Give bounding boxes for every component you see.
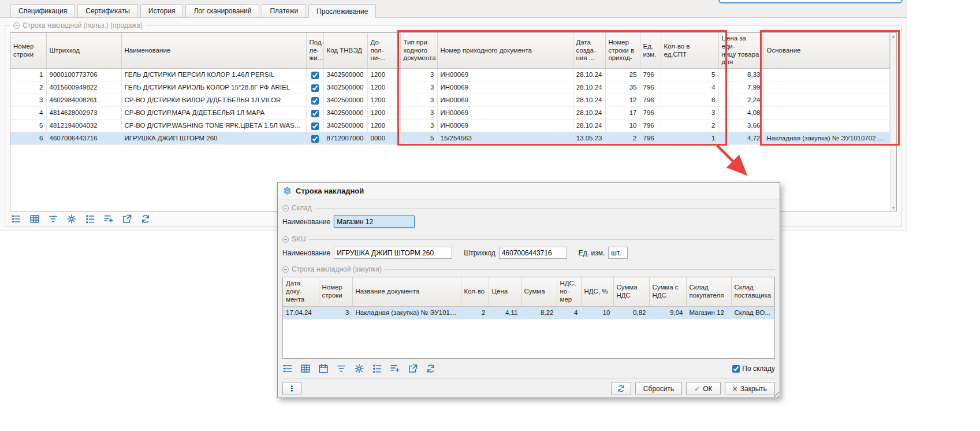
col-header-basis[interactable]: Основание <box>763 33 890 69</box>
sync-icon[interactable] <box>426 363 436 374</box>
by-warehouse-checkbox-input[interactable] <box>732 365 740 373</box>
subject-checkbox[interactable] <box>311 72 319 79</box>
tab[interactable]: Прослеживание <box>308 4 376 18</box>
filter-icon[interactable] <box>336 363 346 374</box>
col-header-price[interactable]: Цена <box>489 277 521 306</box>
col-header-additional[interactable]: До- пол- ни-... <box>367 33 400 69</box>
group-divider <box>309 239 775 240</box>
close-icon: × <box>733 384 737 393</box>
dialog-grid-toolbar: По складу <box>282 362 775 375</box>
settings-icon[interactable] <box>66 214 77 224</box>
dialog-footer: ⋮ Сбросить ✓ОК ×Закрыть <box>282 378 775 395</box>
tab-label: Прослеживание <box>316 8 368 16</box>
collapse-icon[interactable] <box>13 23 20 29</box>
subject-checkbox[interactable] <box>311 84 319 92</box>
sku-barcode-label: Штрихкод <box>464 249 495 257</box>
table-row[interactable]: 6 4607006443716 ИГРУШКА ДЖИП ШТОРМ 260 8… <box>10 132 890 145</box>
subject-checkbox[interactable] <box>311 110 319 117</box>
numbered-list-icon[interactable] <box>372 363 382 374</box>
sku-barcode-input[interactable] <box>499 247 567 259</box>
col-header-supplier-warehouse[interactable]: Склад поставщика <box>731 277 774 306</box>
scroll-up-icon[interactable]: ▲ <box>890 34 896 38</box>
col-header-vat-no[interactable]: НДС, но- мер <box>557 277 581 306</box>
col-header-doc-type[interactable]: Тип при- ходного документа <box>400 33 437 69</box>
col-header-price[interactable]: Цена за еди- ницу товара для <box>718 33 763 69</box>
sort-add-icon[interactable] <box>103 214 114 224</box>
col-header-name[interactable]: Наименование <box>121 33 306 69</box>
sku-unit-label: Ед. изм. <box>579 249 605 257</box>
col-header-doc-no[interactable]: Номер приходного документа <box>437 33 573 69</box>
col-header-doc-date[interactable]: Дата доку- мента <box>283 277 319 306</box>
col-header-created[interactable]: Дата созда- ния ... <box>573 33 605 69</box>
table-row[interactable]: 3 4602984008261 СР-ВО Д/СТИРКИ ВИЛОР Д/Д… <box>10 94 890 107</box>
table-row[interactable]: 2 4015600949822 ГЕЛЬ Д/СТИРКИ АРИЭЛЬ КОЛ… <box>10 81 890 94</box>
collapse-icon[interactable] <box>282 266 289 273</box>
warehouse-name-label: Наименование <box>282 218 330 226</box>
col-header-qty[interactable]: Кол-во в ед.СПТ <box>661 33 718 69</box>
col-header-barcode[interactable]: Штрихкод <box>46 33 121 69</box>
collapse-icon[interactable] <box>282 205 289 211</box>
tab[interactable]: Спецификация <box>10 4 75 17</box>
dialog-titlebar[interactable]: Строка накладной <box>278 183 780 199</box>
table-view-icon[interactable] <box>300 363 311 374</box>
settings-icon[interactable] <box>354 363 364 374</box>
table-row[interactable]: 17.04.24 3 Накладная (закупка) № ЭУ10107… <box>283 306 774 319</box>
export-icon[interactable] <box>122 214 132 224</box>
col-header-subject[interactable]: Под- ле- жи... <box>306 33 323 69</box>
warehouse-group-title: Склад <box>292 204 312 212</box>
by-warehouse-label: По складу <box>742 365 775 373</box>
table-view-icon[interactable] <box>29 214 40 224</box>
list-view-icon[interactable] <box>11 214 21 224</box>
ok-button[interactable]: ✓ОК <box>686 382 720 395</box>
col-header-tnved[interactable]: Код ТНВЭД <box>323 33 367 69</box>
refresh-icon <box>617 384 625 393</box>
close-button[interactable]: ×Закрыть <box>725 382 775 395</box>
list-view-icon[interactable] <box>282 363 293 374</box>
warehouse-name-input[interactable] <box>334 216 415 228</box>
col-header-unit[interactable]: Ед. изм. <box>640 33 661 69</box>
col-header-income-line-no[interactable]: Номер строки в приход- <box>605 33 640 69</box>
col-header-sum-with-vat[interactable]: Сумма с НДС <box>649 277 686 306</box>
col-header-vat-pct[interactable]: НДС, % <box>581 277 613 306</box>
col-header-sum[interactable]: Сумма <box>521 277 557 306</box>
refresh-button[interactable] <box>611 382 631 395</box>
tab-label: Сертификаты <box>85 7 130 15</box>
sort-add-icon[interactable] <box>390 363 400 374</box>
reset-button[interactable]: Сбросить <box>635 382 682 395</box>
vertical-scrollbar[interactable]: ▲ ▼ <box>890 33 896 211</box>
col-header-vat-sum[interactable]: Сумма НДС <box>613 277 649 306</box>
collapse-icon[interactable] <box>282 236 289 243</box>
col-header-qty[interactable]: Кол-во <box>461 277 489 306</box>
warehouse-group-header: Склад <box>282 204 775 212</box>
tab[interactable]: Лог сканирований <box>185 4 259 17</box>
col-header-line-no[interactable]: Номер строки <box>10 33 46 69</box>
sku-unit-input[interactable] <box>608 247 628 259</box>
tab-label: Платежи <box>270 7 298 15</box>
table-row[interactable]: 4 4814628002973 СР-ВО Д/СТИР.МАРА Д/ДЕТ.… <box>10 107 890 120</box>
table-row[interactable]: 5 4812194004032 СР-ВО Д/СТИР.WASHING TON… <box>10 120 890 132</box>
more-button[interactable]: ⋮ <box>282 382 301 395</box>
col-header-doc-name[interactable]: Название документа <box>352 277 461 306</box>
top-input-fragment <box>718 0 903 3</box>
tab[interactable]: Сертификаты <box>77 4 138 17</box>
by-warehouse-checkbox[interactable]: По складу <box>732 365 775 373</box>
sku-name-input[interactable] <box>334 247 452 259</box>
purchase-group-title: Строка накладной (закупка) <box>292 265 382 273</box>
subject-checkbox[interactable] <box>311 135 319 143</box>
tab[interactable]: История <box>140 4 184 17</box>
subject-checkbox[interactable] <box>311 122 319 130</box>
calendar-icon[interactable] <box>318 363 329 374</box>
numbered-list-icon[interactable] <box>85 214 95 224</box>
purchase-grid-header-row: Дата доку- мента Номер строки Название д… <box>283 277 774 306</box>
tab[interactable]: Платежи <box>262 4 306 17</box>
col-header-line-no[interactable]: Номер строки <box>319 277 352 306</box>
sync-icon[interactable] <box>140 214 151 224</box>
col-header-buyer-warehouse[interactable]: Склад покупателя <box>686 277 731 306</box>
scroll-down-icon[interactable]: ▼ <box>890 206 896 210</box>
sku-group-title: SKU <box>292 235 306 243</box>
export-icon[interactable] <box>408 363 418 374</box>
subject-checkbox[interactable] <box>311 97 319 105</box>
filter-icon[interactable] <box>48 214 58 224</box>
table-row[interactable]: 1 9000100773706 ГЕЛЬ Д/СТИРКИ ПЕРСИЛ КОЛ… <box>10 69 890 81</box>
group-divider <box>315 208 775 209</box>
